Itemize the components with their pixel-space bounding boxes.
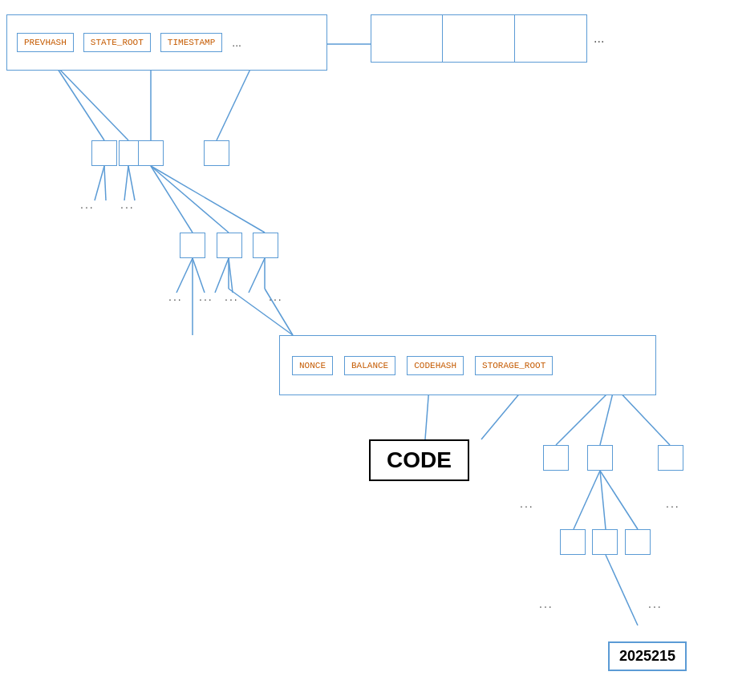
dots-left-1: ... bbox=[80, 198, 95, 211]
value-node: 2025215 bbox=[608, 641, 687, 671]
storage-box-l2-3 bbox=[625, 529, 651, 555]
dots-storage-1: ... bbox=[520, 497, 534, 510]
ts-box-1 bbox=[204, 140, 229, 166]
chain-dots: ... bbox=[594, 31, 604, 46]
storage-box-l1-3 bbox=[658, 445, 683, 471]
dots-storage-l2-2: ... bbox=[648, 597, 663, 610]
dots-mid-3: ... bbox=[225, 290, 239, 303]
svg-line-6 bbox=[104, 166, 106, 200]
svg-line-28 bbox=[193, 258, 205, 293]
codehash-label: CODEHASH bbox=[407, 356, 464, 375]
dots-storage-l2-1: ... bbox=[539, 597, 554, 610]
header-dots: ... bbox=[232, 36, 241, 49]
svg-line-31 bbox=[249, 258, 265, 293]
left-box-1 bbox=[91, 140, 117, 166]
svg-line-27 bbox=[176, 258, 193, 293]
svg-line-24 bbox=[600, 471, 606, 529]
dots-storage-2: ... bbox=[666, 497, 680, 510]
nonce-label: NONCE bbox=[292, 356, 333, 375]
state-root-label: STATE_ROOT bbox=[83, 33, 151, 52]
block-box-2 bbox=[443, 14, 515, 63]
dots-left-2: ... bbox=[120, 198, 135, 211]
svg-line-30 bbox=[229, 258, 233, 293]
code-box: CODE bbox=[369, 439, 469, 481]
svg-line-25 bbox=[600, 471, 638, 529]
prevhash-label: PREVHASH bbox=[17, 33, 74, 52]
svg-line-5 bbox=[95, 166, 104, 200]
dots-mid-1: ... bbox=[168, 290, 183, 303]
block-box-1 bbox=[371, 14, 443, 63]
mid-box-l2-3 bbox=[253, 233, 278, 258]
block-box-3 bbox=[515, 14, 587, 63]
storage-box-l2-1 bbox=[560, 529, 586, 555]
mid-box-l2-2 bbox=[217, 233, 242, 258]
storage-root-label: STORAGE_ROOT bbox=[475, 356, 553, 375]
block-chain-container: ... bbox=[371, 14, 604, 63]
account-state-box: NONCE BALANCE CODEHASH STORAGE_ROOT bbox=[279, 335, 656, 395]
dots-mid-4: ... bbox=[269, 290, 283, 303]
timestamp-label: TIMESTAMP bbox=[160, 33, 222, 52]
storage-box-l2-2 bbox=[592, 529, 618, 555]
svg-line-7 bbox=[124, 166, 128, 200]
svg-line-1 bbox=[55, 64, 104, 140]
svg-line-29 bbox=[215, 258, 229, 293]
svg-line-10 bbox=[151, 166, 229, 233]
balance-label: BALANCE bbox=[344, 356, 395, 375]
svg-line-8 bbox=[128, 166, 135, 200]
dots-mid-2: ... bbox=[199, 290, 213, 303]
svg-line-9 bbox=[151, 166, 193, 233]
mid-box-l2-1 bbox=[180, 233, 205, 258]
svg-line-26 bbox=[606, 555, 638, 625]
block-header-box: PREVHASH STATE_ROOT TIMESTAMP ... bbox=[6, 14, 327, 71]
storage-box-l1-2 bbox=[587, 445, 613, 471]
storage-box-l1-1 bbox=[543, 445, 569, 471]
svg-line-23 bbox=[574, 471, 600, 529]
svg-line-2 bbox=[55, 64, 128, 140]
mid-box-1 bbox=[138, 140, 164, 166]
svg-line-11 bbox=[151, 166, 265, 233]
svg-line-4 bbox=[217, 64, 253, 140]
